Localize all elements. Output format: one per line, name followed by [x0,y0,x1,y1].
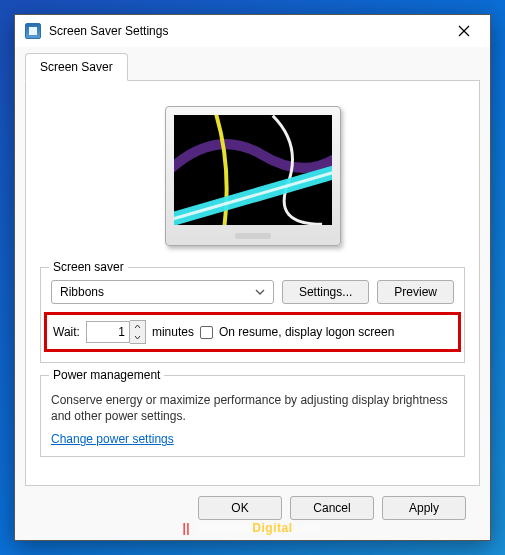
wait-spin-down[interactable] [130,332,145,343]
power-legend: Power management [49,368,164,382]
dialog-footer: OK Cancel Apply [25,486,480,530]
screensaver-dropdown[interactable]: Ribbons [51,280,274,304]
tab-body: Screen saver Ribbons Settings... Preview… [25,81,480,486]
chevron-down-icon [255,287,265,297]
settings-button[interactable]: Settings... [282,280,369,304]
chevron-up-icon [134,324,141,329]
resume-checkbox[interactable] [200,326,213,339]
monitor-frame [165,106,341,246]
window-title: Screen Saver Settings [49,24,442,38]
apply-button[interactable]: Apply [382,496,466,520]
screensaver-selected: Ribbons [60,285,104,299]
wait-unit: minutes [152,325,194,339]
preview-button[interactable]: Preview [377,280,454,304]
wait-spinner [86,320,146,344]
wait-label: Wait: [53,325,80,339]
content-area: Screen Saver Scree [15,47,490,540]
wait-input[interactable] [86,321,130,343]
power-description: Conserve energy or maximize performance … [51,392,454,424]
ok-button[interactable]: OK [198,496,282,520]
cancel-button[interactable]: Cancel [290,496,374,520]
wait-row-highlight: Wait: minutes On resume, display logon s… [44,312,461,352]
screensaver-group: Screen saver Ribbons Settings... Preview… [40,267,465,363]
app-icon [25,23,41,39]
tab-screen-saver[interactable]: Screen Saver [25,53,128,81]
preview-area [40,91,465,261]
screensaver-legend: Screen saver [49,260,128,274]
close-icon [458,25,470,37]
screensaver-preview [174,115,332,225]
close-button[interactable] [442,17,486,45]
wait-spin-up[interactable] [130,321,145,332]
change-power-settings-link[interactable]: Change power settings [51,432,174,446]
chevron-down-icon [134,335,141,340]
tabstrip: Screen Saver [25,53,480,81]
power-group: Power management Conserve energy or maxi… [40,375,465,457]
screen-saver-settings-window: Screen Saver Settings Screen Saver [14,14,491,541]
resume-label: On resume, display logon screen [219,325,394,339]
titlebar: Screen Saver Settings [15,15,490,47]
